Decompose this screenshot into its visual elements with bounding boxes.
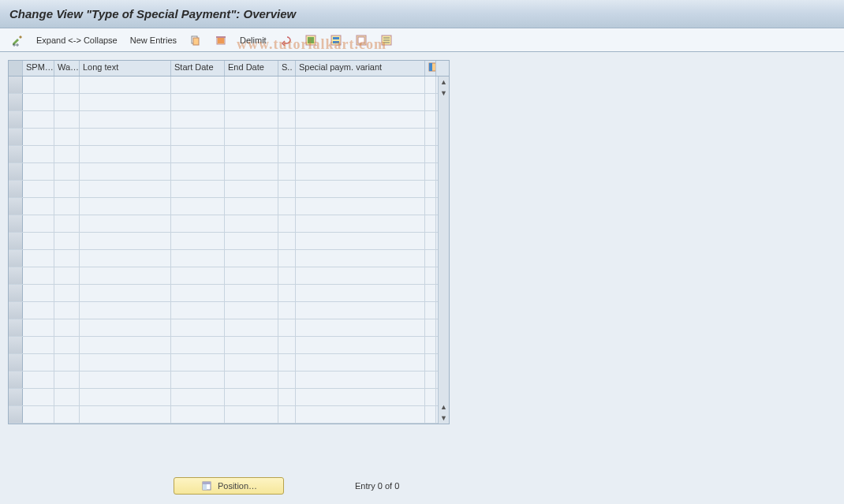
cell-long-text[interactable] bbox=[80, 302, 171, 319]
scroll-down-step-button[interactable]: ▼ bbox=[439, 88, 449, 99]
cell-long-text[interactable] bbox=[80, 146, 171, 162]
cell-long-text[interactable] bbox=[80, 319, 171, 336]
cell-spv[interactable] bbox=[296, 94, 425, 110]
cell-s[interactable] bbox=[278, 233, 296, 249]
cell-s[interactable] bbox=[278, 250, 296, 267]
cell-end-date[interactable] bbox=[225, 111, 278, 128]
cell-long-text[interactable] bbox=[80, 181, 171, 197]
scroll-up-button[interactable]: ▲ bbox=[439, 77, 449, 88]
cell-long-text[interactable] bbox=[80, 129, 171, 145]
cell-end-date[interactable] bbox=[225, 406, 278, 423]
cell-spm[interactable] bbox=[23, 94, 54, 110]
cell-end-date[interactable] bbox=[225, 371, 278, 388]
cell-long-text[interactable] bbox=[80, 233, 171, 249]
column-header-selector[interactable] bbox=[9, 61, 23, 76]
cell-spm[interactable] bbox=[23, 389, 54, 405]
cell-wa[interactable] bbox=[54, 285, 80, 301]
cell-start-date[interactable] bbox=[171, 163, 225, 180]
cell-end-date[interactable] bbox=[225, 250, 278, 267]
cell-spv[interactable] bbox=[296, 389, 425, 405]
cell-wa[interactable] bbox=[54, 337, 80, 353]
table-row[interactable] bbox=[9, 181, 449, 198]
table-row[interactable] bbox=[9, 337, 449, 354]
cell-spm[interactable] bbox=[23, 163, 54, 180]
cell-s[interactable] bbox=[278, 181, 296, 197]
cell-long-text[interactable] bbox=[80, 406, 171, 423]
delimit-button[interactable]: Delimit bbox=[237, 32, 270, 49]
cell-spm[interactable] bbox=[23, 371, 54, 388]
cell-spv[interactable] bbox=[296, 267, 425, 284]
cell-spm[interactable] bbox=[23, 111, 54, 128]
cell-long-text[interactable] bbox=[80, 354, 171, 371]
cell-long-text[interactable] bbox=[80, 111, 171, 128]
cell-spm[interactable] bbox=[23, 250, 54, 267]
table-row[interactable] bbox=[9, 319, 449, 337]
cell-s[interactable] bbox=[278, 129, 296, 145]
cell-s[interactable] bbox=[278, 146, 296, 162]
row-selector[interactable] bbox=[9, 302, 23, 319]
column-config-button[interactable] bbox=[425, 61, 436, 76]
table-row[interactable] bbox=[9, 94, 449, 111]
table-row[interactable] bbox=[9, 111, 449, 129]
cell-spv[interactable] bbox=[296, 77, 425, 93]
cell-wa[interactable] bbox=[54, 198, 80, 215]
column-header-start-date[interactable]: Start Date bbox=[171, 61, 225, 76]
cell-long-text[interactable] bbox=[80, 163, 171, 180]
cell-s[interactable] bbox=[278, 406, 296, 423]
row-selector[interactable] bbox=[9, 198, 23, 215]
cell-end-date[interactable] bbox=[225, 319, 278, 336]
cell-end-date[interactable] bbox=[225, 146, 278, 162]
cell-wa[interactable] bbox=[54, 302, 80, 319]
column-header-long-text[interactable]: Long text bbox=[80, 61, 171, 76]
cell-end-date[interactable] bbox=[225, 163, 278, 180]
cell-start-date[interactable] bbox=[171, 302, 225, 319]
cell-spv[interactable] bbox=[296, 354, 425, 371]
copy-button[interactable] bbox=[186, 32, 205, 49]
cell-wa[interactable] bbox=[54, 94, 80, 110]
undo-button[interactable] bbox=[276, 32, 295, 49]
cell-spv[interactable] bbox=[296, 302, 425, 319]
cell-long-text[interactable] bbox=[80, 94, 171, 110]
cell-end-date[interactable] bbox=[225, 94, 278, 110]
table-row[interactable] bbox=[9, 285, 449, 302]
scrollbar-track[interactable] bbox=[439, 99, 449, 401]
cell-s[interactable] bbox=[278, 337, 296, 353]
row-selector[interactable] bbox=[9, 146, 23, 162]
cell-spm[interactable] bbox=[23, 337, 54, 353]
table-row[interactable] bbox=[9, 146, 449, 163]
cell-long-text[interactable] bbox=[80, 250, 171, 267]
cell-start-date[interactable] bbox=[171, 337, 225, 353]
cell-s[interactable] bbox=[278, 285, 296, 301]
position-button[interactable]: Position… bbox=[174, 477, 284, 495]
cell-long-text[interactable] bbox=[80, 371, 171, 388]
cell-start-date[interactable] bbox=[171, 94, 225, 110]
cell-spv[interactable] bbox=[296, 198, 425, 215]
deselect-all-button[interactable] bbox=[352, 32, 371, 49]
cell-wa[interactable] bbox=[54, 215, 80, 232]
delete-button[interactable] bbox=[211, 32, 230, 49]
cell-s[interactable] bbox=[278, 354, 296, 371]
vertical-scrollbar[interactable]: ▲ ▼ ▲ ▼ bbox=[438, 77, 449, 424]
cell-spv[interactable] bbox=[296, 250, 425, 267]
cell-s[interactable] bbox=[278, 389, 296, 405]
row-selector[interactable] bbox=[9, 111, 23, 128]
row-selector[interactable] bbox=[9, 77, 23, 93]
cell-start-date[interactable] bbox=[171, 233, 225, 249]
cell-spv[interactable] bbox=[296, 337, 425, 353]
cell-end-date[interactable] bbox=[225, 198, 278, 215]
table-row[interactable] bbox=[9, 389, 449, 406]
cell-start-date[interactable] bbox=[171, 215, 225, 232]
cell-wa[interactable] bbox=[54, 111, 80, 128]
table-row[interactable] bbox=[9, 198, 449, 215]
table-row[interactable] bbox=[9, 163, 449, 181]
cell-long-text[interactable] bbox=[80, 215, 171, 232]
cell-long-text[interactable] bbox=[80, 285, 171, 301]
table-row[interactable] bbox=[9, 215, 449, 233]
cell-s[interactable] bbox=[278, 111, 296, 128]
scroll-down-button[interactable]: ▼ bbox=[439, 413, 449, 424]
cell-start-date[interactable] bbox=[171, 389, 225, 405]
cell-spv[interactable] bbox=[296, 111, 425, 128]
table-row[interactable] bbox=[9, 233, 449, 250]
cell-spv[interactable] bbox=[296, 371, 425, 388]
cell-spm[interactable] bbox=[23, 267, 54, 284]
